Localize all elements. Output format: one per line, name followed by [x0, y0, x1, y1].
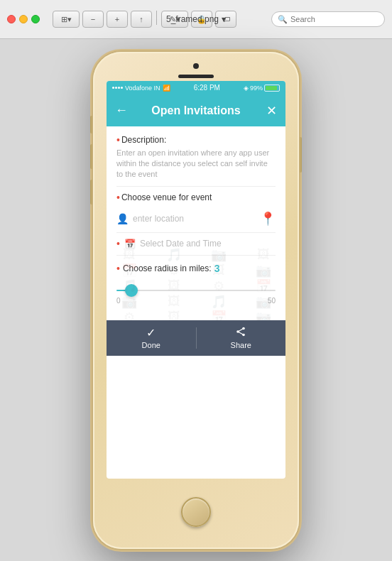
done-icon: ✓ — [146, 326, 156, 339]
share-label: Share — [231, 341, 251, 349]
phone-bottom — [181, 479, 211, 549]
search-icon: 🔍 — [278, 15, 288, 24]
phone-wrapper: Vodafone IN 📶 6:28 PM ◈ 99% ← Open Invit… — [0, 39, 392, 561]
venue-label: • Choose venue for event — [116, 192, 276, 202]
required-indicator-2: • — [116, 192, 120, 202]
signal-dots — [112, 87, 123, 89]
wifi-icon: 📶 — [163, 85, 170, 92]
app-header: ← Open Invitations ✕ — [107, 95, 285, 126]
required-indicator: • — [116, 135, 120, 145]
volume-up-button[interactable] — [90, 144, 93, 169]
app-content: 🖼 🎵 📷 🖼 📅 ⚙ 🖼 📷 🎵 🖼 ⚙ 📅 📷 🖼 🎵 📷 — [107, 126, 285, 320]
location-icon: ◈ — [244, 85, 249, 92]
power-button[interactable] — [299, 137, 302, 173]
location-row: 👤 enter location 📍 — [116, 205, 276, 233]
phone-screen: Vodafone IN 📶 6:28 PM ◈ 99% ← Open Invit… — [107, 81, 285, 479]
location-input[interactable]: enter location — [133, 214, 256, 224]
slider-min-label: 0 — [116, 297, 121, 305]
phone-top — [93, 52, 299, 78]
close-button[interactable]: ✕ — [266, 103, 277, 119]
search-box[interactable]: 🔍 — [271, 11, 385, 27]
zoom-in-button[interactable]: + — [107, 11, 128, 28]
view-toggle-button[interactable]: ⊞▾ — [53, 11, 80, 28]
speaker — [178, 75, 214, 78]
time-display: 6:28 PM — [194, 84, 220, 92]
location-input-wrapper: 👤 enter location — [116, 213, 256, 224]
slider-labels: 0 50 — [116, 297, 276, 305]
share-toolbar-button[interactable]: ↑ — [131, 11, 152, 28]
mac-toolbar: ⊞▾ − + ↑ ✎▾ 🔒 🏷 5_framed.png ▾ 🔍 — [0, 0, 392, 39]
map-pin-icon[interactable]: 📍 — [260, 211, 276, 227]
toolbar-separator — [156, 11, 157, 25]
minimize-dot[interactable] — [19, 15, 28, 23]
battery-fill — [266, 86, 277, 90]
person-icon: 👤 — [116, 213, 129, 224]
calendar-icon: 📅 — [124, 239, 136, 249]
status-right: ◈ 99% — [244, 85, 280, 92]
phone-frame: Vodafone IN 📶 6:28 PM ◈ 99% ← Open Invit… — [93, 52, 299, 549]
close-dot[interactable] — [7, 15, 16, 23]
required-indicator-4: • — [116, 263, 120, 273]
description-text: Enter an open invitation where any app u… — [116, 148, 276, 187]
description-label: • Description: — [116, 135, 276, 145]
zoom-out-button[interactable]: − — [82, 11, 104, 28]
done-label: Done — [142, 341, 160, 349]
status-left: Vodafone IN 📶 — [112, 85, 170, 92]
svg-line-4 — [238, 332, 244, 335]
home-button[interactable] — [181, 497, 211, 527]
mute-button[interactable] — [90, 116, 93, 134]
datetime-row[interactable]: • 📅 Select Date and Time — [116, 233, 276, 256]
battery-percent: 99% — [250, 85, 263, 92]
volume-down-button[interactable] — [90, 180, 93, 205]
slider-max-label: 50 — [268, 297, 276, 305]
svg-line-3 — [238, 328, 244, 332]
share-button[interactable]: Share — [197, 327, 286, 349]
header-title: Open Invitations — [151, 104, 240, 117]
radius-label: • Choose radius in miles: 3 — [116, 263, 276, 274]
search-input[interactable] — [290, 15, 379, 23]
bottom-bar: ✓ Done Share — [107, 320, 285, 356]
datetime-input[interactable]: Select Date and Time — [140, 239, 222, 249]
radius-value: 3 — [214, 263, 220, 274]
required-indicator-3: • — [116, 239, 120, 249]
battery-indicator — [264, 85, 280, 92]
back-button[interactable]: ← — [115, 103, 128, 118]
status-bar: Vodafone IN 📶 6:28 PM ◈ 99% — [107, 81, 285, 95]
radius-section: • Choose radius in miles: 3 0 50 — [116, 256, 276, 312]
radius-slider[interactable] — [116, 290, 276, 291]
maximize-dot[interactable] — [31, 15, 40, 23]
mac-window-controls — [7, 15, 40, 23]
done-button[interactable]: ✓ Done — [107, 326, 196, 349]
share-icon — [236, 327, 246, 339]
window-title: 5_framed.png ▾ — [166, 14, 226, 24]
carrier-label: Vodafone IN — [125, 85, 160, 92]
front-camera — [193, 63, 199, 69]
